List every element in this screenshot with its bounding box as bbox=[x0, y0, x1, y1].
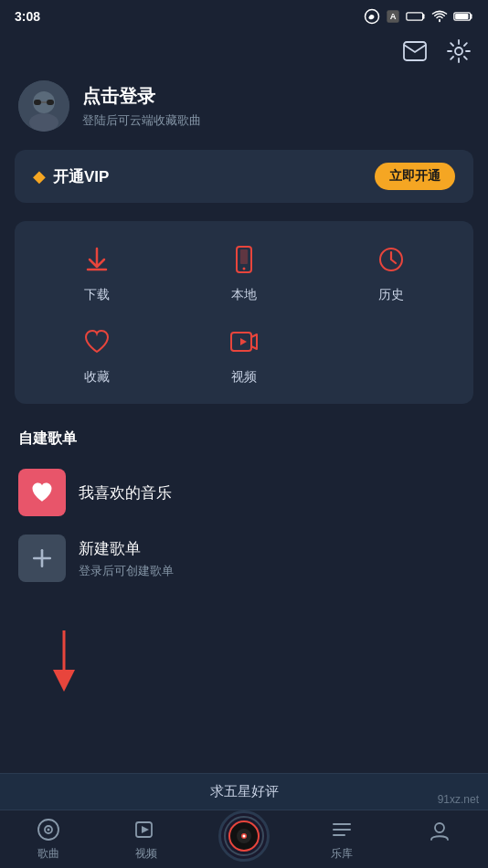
playlist-heart-icon bbox=[18, 469, 66, 516]
mail-button[interactable] bbox=[400, 37, 430, 66]
avatar[interactable] bbox=[18, 80, 69, 132]
download-icon bbox=[82, 245, 111, 274]
feature-download[interactable]: 下载 bbox=[60, 239, 133, 303]
playlist-new-info: 新建歌单 登录后可创建歌单 bbox=[79, 538, 174, 579]
heart-icon bbox=[82, 327, 111, 356]
feature-favorites[interactable]: 收藏 bbox=[60, 322, 133, 386]
nav-item-songs[interactable]: 歌曲 bbox=[16, 817, 80, 862]
nav-songs-label: 歌曲 bbox=[37, 846, 59, 862]
svg-point-40 bbox=[435, 823, 444, 832]
vip-card[interactable]: ◆ 开通VIP 立即开通 bbox=[15, 150, 473, 203]
svg-point-36 bbox=[242, 834, 245, 837]
svg-point-29 bbox=[48, 829, 50, 831]
settings-icon bbox=[447, 39, 471, 63]
battery-icon bbox=[453, 10, 473, 23]
feature-favorites-label: 收藏 bbox=[84, 369, 110, 386]
playlist-section-title: 自建歌单 bbox=[0, 422, 488, 460]
heart-fill-icon bbox=[29, 480, 55, 505]
wifi-icon bbox=[431, 10, 448, 23]
nav-video-icon bbox=[133, 817, 159, 842]
nav-vinyl-icon bbox=[218, 810, 270, 862]
feature-local-label: 本地 bbox=[231, 287, 257, 303]
nav-video-label: 视频 bbox=[135, 846, 157, 862]
nav-item-center[interactable] bbox=[212, 810, 276, 869]
nav-songs-icon bbox=[36, 817, 61, 842]
video-icon bbox=[229, 327, 259, 356]
feature-history[interactable]: 历史 bbox=[355, 239, 428, 303]
bottom-nav: 歌曲 视频 bbox=[0, 810, 488, 868]
nav-profile-icon bbox=[427, 819, 452, 844]
letter-a-icon: A bbox=[386, 9, 400, 24]
local-icon-wrap bbox=[224, 239, 264, 280]
svg-point-15 bbox=[29, 113, 58, 132]
svg-text:A: A bbox=[390, 12, 397, 21]
plus-icon bbox=[29, 545, 55, 571]
features-row-1: 下载 本地 历史 bbox=[24, 239, 464, 303]
nav-item-profile[interactable]: _ bbox=[408, 819, 472, 861]
feature-video[interactable]: 视频 bbox=[207, 322, 281, 386]
svg-point-19 bbox=[242, 268, 245, 270]
feature-video-label: 视频 bbox=[231, 369, 257, 386]
playlist-favorites-name: 我喜欢的音乐 bbox=[79, 482, 172, 503]
profile-section[interactable]: 点击登录 登陆后可云端收藏歌曲 bbox=[0, 69, 488, 150]
playlist-item-favorites[interactable]: 我喜欢的音乐 bbox=[0, 460, 488, 525]
nav-library-label: 乐库 bbox=[331, 846, 353, 862]
favorites-icon-wrap bbox=[77, 322, 117, 362]
history-icon-wrap bbox=[371, 239, 411, 280]
svg-point-9 bbox=[455, 48, 462, 55]
svg-rect-6 bbox=[455, 14, 468, 19]
playlist-plus-icon bbox=[18, 535, 66, 582]
nav-library-icon bbox=[329, 817, 355, 842]
svg-rect-12 bbox=[34, 100, 41, 105]
svg-marker-31 bbox=[142, 826, 149, 833]
vip-left: ◆ 开通VIP bbox=[33, 166, 109, 187]
video-icon-wrap bbox=[224, 322, 264, 362]
playlist-item-new[interactable]: 新建歌单 登录后可创建歌单 bbox=[0, 525, 488, 591]
history-icon bbox=[377, 245, 406, 274]
nav-item-library[interactable]: 乐库 bbox=[310, 817, 374, 862]
vip-title: 开通VIP bbox=[53, 166, 109, 187]
svg-rect-18 bbox=[240, 249, 248, 264]
battery-outline-icon bbox=[406, 10, 426, 23]
profile-subtitle: 登陆后可云端收藏歌曲 bbox=[82, 112, 201, 129]
top-actions bbox=[0, 33, 488, 69]
playlist-new-name: 新建歌单 bbox=[79, 538, 174, 559]
nav-profile-label: _ bbox=[436, 848, 442, 861]
feature-download-label: 下载 bbox=[84, 287, 110, 303]
download-icon-wrap bbox=[77, 239, 117, 280]
status-bar: 3:08 A bbox=[0, 0, 488, 33]
rating-text: 求五星好评 bbox=[210, 783, 279, 799]
profile-info: 点击登录 登陆后可云端收藏歌曲 bbox=[82, 84, 201, 129]
avatar-icon bbox=[18, 80, 69, 132]
phone-icon bbox=[229, 245, 259, 274]
rating-bar: 求五星好评 bbox=[0, 773, 488, 810]
playlist-new-sub: 登录后可创建歌单 bbox=[79, 563, 174, 579]
nav-item-video[interactable]: 视频 bbox=[114, 817, 178, 862]
svg-rect-3 bbox=[407, 13, 423, 20]
settings-button[interactable] bbox=[444, 37, 473, 66]
svg-marker-22 bbox=[240, 338, 247, 345]
vip-diamond-icon: ◆ bbox=[33, 166, 46, 186]
profile-name: 点击登录 bbox=[82, 84, 201, 109]
status-icons: A bbox=[364, 8, 473, 25]
status-time: 3:08 bbox=[15, 9, 40, 24]
playlist-favorites-info: 我喜欢的音乐 bbox=[79, 482, 172, 503]
features-row-2: 收藏 视频 bbox=[24, 322, 464, 386]
feature-local[interactable]: 本地 bbox=[207, 239, 281, 303]
watermark: 91xz.net bbox=[438, 793, 479, 806]
feature-history-label: 历史 bbox=[378, 287, 404, 303]
arrow-annotation bbox=[37, 621, 91, 694]
weibo-icon bbox=[364, 8, 380, 25]
svg-rect-13 bbox=[47, 100, 54, 105]
vip-open-button[interactable]: 立即开通 bbox=[375, 163, 455, 190]
mail-icon bbox=[403, 41, 427, 61]
features-card: 下载 本地 历史 bbox=[15, 221, 473, 404]
